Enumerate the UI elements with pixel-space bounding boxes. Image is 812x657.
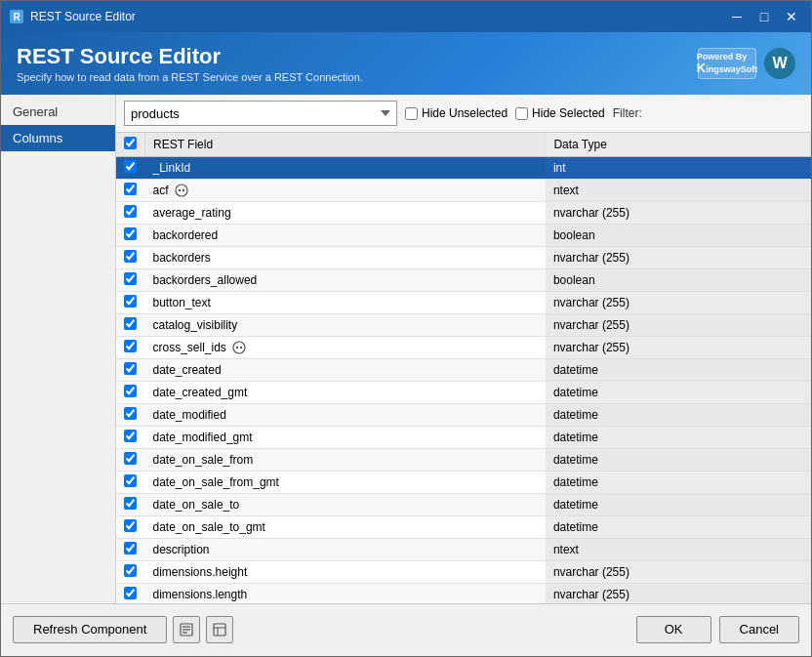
row-checkbox[interactable] bbox=[124, 250, 137, 263]
svg-rect-12 bbox=[214, 624, 225, 636]
row-checkbox[interactable] bbox=[124, 474, 137, 487]
row-checkbox[interactable] bbox=[124, 295, 137, 308]
svg-point-2 bbox=[176, 185, 187, 196]
row-checkbox[interactable] bbox=[124, 519, 137, 532]
row-checkbox[interactable] bbox=[124, 317, 137, 330]
row-checkbox[interactable] bbox=[124, 160, 137, 173]
title-bar-controls: ─ □ ✕ bbox=[725, 6, 803, 27]
table-dropdown[interactable]: products bbox=[124, 101, 397, 126]
table-body: _LinkIdintacfntextaverage_ratingnvarchar… bbox=[116, 157, 811, 604]
row-checkbox[interactable] bbox=[124, 385, 137, 397]
hide-selected-label[interactable]: Hide Selected bbox=[515, 106, 605, 120]
data-type: nvarchar (255) bbox=[546, 314, 811, 337]
header-rest-field: REST Field bbox=[145, 133, 546, 157]
data-type: datetime bbox=[546, 427, 811, 449]
table-row[interactable]: date_modifieddatetime bbox=[116, 404, 811, 427]
row-checkbox[interactable] bbox=[124, 564, 137, 577]
data-type: nvarchar (255) bbox=[546, 584, 811, 604]
hide-unselected-checkbox[interactable] bbox=[405, 107, 418, 120]
data-type: int bbox=[546, 157, 811, 180]
main-area: General Columns products Hide Unselected… bbox=[1, 95, 811, 603]
field-name: date_modified bbox=[145, 404, 546, 427]
table-row[interactable]: cross_sell_idsnvarchar (255) bbox=[116, 337, 811, 359]
data-type: boolean bbox=[546, 225, 811, 247]
table-row[interactable]: date_createddatetime bbox=[116, 359, 811, 382]
footer: Refresh Component OK Cancel bbox=[1, 603, 811, 654]
table-row[interactable]: date_on_sale_to_gmtdatetime bbox=[116, 516, 811, 539]
refresh-button[interactable]: Refresh Component bbox=[13, 616, 167, 643]
data-type: datetime bbox=[546, 472, 811, 494]
row-checkbox[interactable] bbox=[124, 587, 137, 599]
field-name: date_created_gmt bbox=[145, 382, 546, 404]
table-row[interactable]: dimensions.lengthnvarchar (255) bbox=[116, 584, 811, 604]
icon-button-2[interactable] bbox=[206, 616, 233, 643]
field-name: dimensions.length bbox=[145, 584, 546, 604]
table-row[interactable]: _LinkIdint bbox=[116, 157, 811, 180]
hide-selected-checkbox[interactable] bbox=[515, 107, 528, 120]
cancel-button[interactable]: Cancel bbox=[719, 616, 799, 643]
maximize-button[interactable]: □ bbox=[752, 6, 776, 27]
table-row[interactable]: average_ratingnvarchar (255) bbox=[116, 202, 811, 225]
field-name: average_rating bbox=[145, 202, 546, 225]
field-expand-icon[interactable] bbox=[232, 341, 246, 354]
table-header: REST Field Data Type bbox=[116, 133, 811, 157]
row-checkbox[interactable] bbox=[124, 205, 137, 218]
row-checkbox[interactable] bbox=[124, 497, 137, 510]
field-name: date_on_sale_to_gmt bbox=[145, 516, 546, 539]
data-type: nvarchar (255) bbox=[546, 561, 811, 584]
icon-button-1[interactable] bbox=[173, 616, 200, 643]
table-row[interactable]: acfntext bbox=[116, 180, 811, 202]
svg-point-6 bbox=[236, 347, 238, 349]
row-checkbox[interactable] bbox=[124, 272, 137, 285]
table-row[interactable]: button_textnvarchar (255) bbox=[116, 292, 811, 314]
table-row[interactable]: date_created_gmtdatetime bbox=[116, 382, 811, 404]
sidebar-item-general[interactable]: General bbox=[1, 99, 115, 125]
edit-icon bbox=[180, 623, 193, 636]
close-button[interactable]: ✕ bbox=[780, 6, 803, 27]
row-checkbox[interactable] bbox=[124, 452, 137, 465]
table-row[interactable]: catalog_visibilitynvarchar (255) bbox=[116, 314, 811, 337]
row-checkbox[interactable] bbox=[124, 362, 137, 375]
columns-table-wrapper[interactable]: REST Field Data Type _LinkIdintacfntexta… bbox=[116, 133, 811, 603]
header-checkbox[interactable] bbox=[124, 137, 137, 149]
row-checkbox[interactable] bbox=[124, 340, 137, 352]
kingsway-logo: Powered ByKingswaySoft bbox=[698, 48, 756, 79]
header-data-type: Data Type bbox=[546, 133, 811, 157]
table-row[interactable]: backordersnvarchar (255) bbox=[116, 247, 811, 269]
table-row[interactable]: backorderedboolean bbox=[116, 225, 811, 247]
svg-point-4 bbox=[182, 189, 183, 191]
filter-label: Filter: bbox=[613, 106, 642, 120]
field-name: backorders bbox=[145, 247, 546, 269]
table-row[interactable]: descriptionntext bbox=[116, 539, 811, 561]
table-row[interactable]: backorders_allowedboolean bbox=[116, 269, 811, 292]
content-area: products Hide Unselected Hide Selected F… bbox=[116, 95, 811, 603]
data-type: datetime bbox=[546, 494, 811, 516]
field-name: dimensions.height bbox=[145, 561, 546, 584]
row-checkbox[interactable] bbox=[124, 183, 137, 195]
sidebar-item-columns[interactable]: Columns bbox=[1, 125, 115, 151]
data-type: nvarchar (255) bbox=[546, 292, 811, 314]
data-type: nvarchar (255) bbox=[546, 247, 811, 269]
field-name: catalog_visibility bbox=[145, 314, 546, 337]
data-type: ntext bbox=[546, 539, 811, 561]
table-row[interactable]: date_on_sale_todatetime bbox=[116, 494, 811, 516]
field-name: acf bbox=[145, 180, 546, 202]
minimize-button[interactable]: ─ bbox=[725, 6, 749, 27]
table-row[interactable]: date_modified_gmtdatetime bbox=[116, 427, 811, 449]
ok-button[interactable]: OK bbox=[636, 616, 711, 643]
hide-unselected-label[interactable]: Hide Unselected bbox=[405, 106, 508, 120]
footer-right: OK Cancel bbox=[636, 616, 799, 643]
row-checkbox[interactable] bbox=[124, 430, 137, 442]
row-checkbox[interactable] bbox=[124, 407, 137, 420]
table-icon bbox=[213, 623, 226, 636]
main-window: R REST Source Editor ─ □ ✕ REST Source E… bbox=[0, 0, 812, 657]
header-subtitle: Specify how to read data from a REST Ser… bbox=[17, 71, 363, 83]
data-type: datetime bbox=[546, 382, 811, 404]
row-checkbox[interactable] bbox=[124, 542, 137, 554]
data-type: datetime bbox=[546, 404, 811, 427]
row-checkbox[interactable] bbox=[124, 227, 137, 240]
table-row[interactable]: date_on_sale_from_gmtdatetime bbox=[116, 472, 811, 494]
table-row[interactable]: dimensions.heightnvarchar (255) bbox=[116, 561, 811, 584]
field-expand-icon[interactable] bbox=[175, 184, 188, 197]
table-row[interactable]: date_on_sale_fromdatetime bbox=[116, 449, 811, 472]
